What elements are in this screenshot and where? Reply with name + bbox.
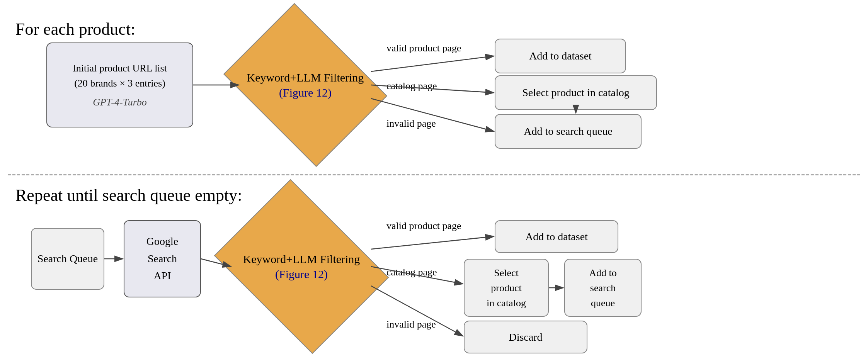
result3-top: Add to search queue xyxy=(495,114,642,149)
diagram-container: For each product: Initial product URL li… xyxy=(0,0,868,360)
dashed-divider xyxy=(8,174,860,175)
top-section-label: For each product: xyxy=(15,19,135,39)
label-catalog-bottom: catalog page xyxy=(386,267,437,278)
result2-top: Select product in catalog xyxy=(495,75,657,110)
input-box-top: Initial product URL list (20 brands × 3 … xyxy=(46,42,193,127)
bottom-section: Repeat until search queue empty: Search … xyxy=(0,182,868,359)
diamond-text-bottom: Keyword+LLM Filtering (Figure 12) xyxy=(243,251,360,282)
top-section: For each product: Initial product URL li… xyxy=(0,12,868,178)
label-valid-top: valid product page xyxy=(386,42,461,54)
search-queue-box: Search Queue xyxy=(31,228,104,290)
input-line2: (20 brands × 3 entries) xyxy=(73,76,167,91)
bottom-section-label: Repeat until search queue empty: xyxy=(15,185,242,205)
diamond-text-top: Keyword+LLM Filtering (Figure 12) xyxy=(247,70,364,100)
label-invalid-bottom: invalid page xyxy=(386,319,436,330)
label-invalid-top: invalid page xyxy=(386,118,436,129)
result3-bottom: Add to search queue xyxy=(564,259,642,317)
result1-top: Add to dataset xyxy=(495,39,626,73)
google-api-box: Google Search API xyxy=(124,220,201,297)
svg-line-2 xyxy=(371,56,494,71)
diamond-top: Keyword+LLM Filtering (Figure 12) xyxy=(240,35,371,135)
svg-line-9 xyxy=(371,236,494,249)
label-catalog-top: catalog page xyxy=(386,80,437,92)
result1-bottom: Add to dataset xyxy=(495,220,618,253)
diamond-bottom: Keyword+LLM Filtering (Figure 12) xyxy=(232,212,371,321)
result2-bottom: Select product in catalog xyxy=(464,259,549,317)
result4-bottom: Discard xyxy=(464,321,587,353)
input-line3: GPT-4-Turbo xyxy=(73,95,167,110)
label-valid-bottom: valid product page xyxy=(386,220,461,232)
input-line1: Initial product URL list xyxy=(73,61,167,76)
